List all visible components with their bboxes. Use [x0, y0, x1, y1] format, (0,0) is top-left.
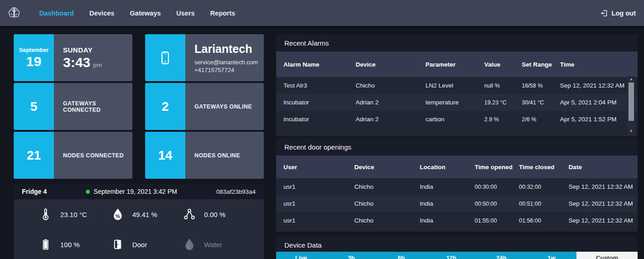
month-label: September [19, 47, 49, 53]
range-tab-live[interactable]: Live [276, 252, 326, 259]
humidity-sensor: % 49.41 % [111, 199, 183, 229]
time-range-tabs: Live 3h 6h 12h 24h 1w [276, 252, 576, 259]
recent-alarms-panel: Recent Alarms Alarm NameDeviceParameterV… [276, 34, 638, 136]
table-cell: Chicho [354, 200, 420, 207]
logout-button[interactable]: Log out [600, 9, 636, 17]
scroll-down-icon[interactable]: ▼ [629, 130, 633, 133]
stat-value: 21 [26, 148, 41, 163]
water-value: Water [204, 241, 222, 249]
temperature-sensor: 23.10 °C [39, 199, 111, 229]
nav-item-users[interactable]: Users [176, 10, 194, 17]
table-cell: 30/41 °C [522, 99, 560, 106]
door-value: Door [132, 241, 147, 249]
column-header: Value [484, 61, 522, 68]
table-row: usr1ChichoIndia00:50:0000:51:00Sep 12, 2… [276, 195, 638, 212]
logout-icon [600, 9, 608, 17]
stat-card-gateways-online: 2 GATEWAYS ONLINE [145, 83, 264, 130]
recent-alarms-title: Recent Alarms [276, 34, 638, 52]
sensor-grid: 23.10 °C % 49.41 % 0.00 % 100 % [14, 199, 264, 259]
column-header: Date [569, 164, 638, 171]
column-header: Set Range [522, 61, 560, 68]
day-number: 19 [26, 55, 41, 68]
company-card: Lariantech service@lariantech.com +41715… [145, 34, 264, 81]
column-header: Alarm Name [283, 61, 356, 68]
device-name: Fridge 4 [22, 188, 47, 195]
clock-time: 3:43 [63, 56, 90, 69]
table-cell: 2.9 % [484, 116, 522, 123]
table-cell: Chicho [354, 217, 420, 224]
stat-label: GATEWAYS ONLINE [194, 104, 264, 110]
table-cell: 2/6 % [522, 116, 560, 123]
table-cell: Test Alr3 [283, 82, 356, 89]
stat-label: GATEWAYS CONNECTED [63, 100, 132, 113]
table-cell: Sep 12, 2021 12:32 AM [569, 217, 638, 224]
date-card: September 19 SUNDAY 3:43 pm [14, 34, 132, 81]
battery-icon [39, 238, 52, 251]
table-cell: 00:30:00 [475, 184, 519, 190]
range-tab-3h[interactable]: 3h [326, 252, 377, 259]
table-cell: 01:55:00 [475, 218, 519, 224]
humidity-icon: % [111, 207, 125, 221]
table-cell: usr1 [283, 200, 354, 207]
table-cell: Chicho [354, 183, 420, 190]
table-cell: Chicho [356, 82, 425, 89]
nav-item-dashboard[interactable]: Dashboard [39, 10, 74, 17]
table-cell: Incubator [283, 116, 356, 123]
range-tab-24h[interactable]: 24h [476, 252, 527, 259]
alarms-table: Alarm NameDeviceParameterValueSet RangeT… [276, 52, 638, 128]
date-card-accent: September 19 [14, 34, 54, 81]
clock-meridiem: pm [93, 62, 102, 68]
column-header: Device [354, 164, 420, 171]
company-name: Lariantech [194, 42, 264, 56]
scrollbar-thumb[interactable] [628, 83, 634, 121]
stat-value: 5 [30, 99, 37, 114]
nav-item-reports[interactable]: Reports [210, 10, 236, 17]
device-timestamp: September 19, 2021 3:42 PM [94, 188, 177, 195]
range-tab-1w[interactable]: 1w [526, 252, 576, 259]
svg-text:%: % [115, 213, 120, 219]
brain-logo-icon[interactable] [6, 5, 22, 21]
table-cell: LN2 Level [425, 82, 484, 89]
nav-item-devices[interactable]: Devices [89, 10, 115, 17]
range-tab-12h[interactable]: 12h [426, 252, 476, 259]
table-cell: Incubator [283, 99, 356, 106]
table-cell: 16/58 % [522, 83, 560, 89]
column-header: Device [356, 61, 425, 68]
column-header: User [283, 164, 354, 171]
phone-icon [157, 50, 173, 66]
column-header: Parameter [425, 61, 484, 68]
company-card-body: Lariantech service@lariantech.com +41715… [185, 34, 264, 81]
range-tab-6h[interactable]: 6h [376, 252, 426, 259]
co2-sensor: 0.00 % [183, 199, 255, 229]
door-sensor: Door [111, 229, 183, 259]
company-phone: +41715757724 [194, 67, 264, 73]
device-data-panel: Device Data Live 3h 6h 12h 24h 1w Custom [276, 236, 638, 259]
water-icon [183, 238, 196, 251]
scroll-up-icon[interactable]: ▲ [629, 78, 633, 81]
weekday-label: SUNDAY [63, 46, 132, 54]
table-header-row: Alarm NameDeviceParameterValueSet RangeT… [276, 52, 638, 77]
door-openings-table: UserDeviceLocationTime openedTime closed… [276, 155, 638, 229]
column-header: Time opened [475, 164, 519, 171]
stat-value: 14 [158, 148, 172, 163]
stat-card-nodes-online: 14 NODES ONLINE [145, 132, 264, 179]
table-row: Test Alr3ChichoLN2 Levelnull %16/58 %Sep… [276, 77, 638, 94]
stat-label: NODES ONLINE [194, 152, 264, 159]
online-status-dot [86, 190, 90, 194]
custom-range-button[interactable]: Custom [576, 252, 638, 259]
recent-door-openings-title: Recent door openings [276, 138, 638, 155]
table-cell: 01:56:00 [519, 218, 569, 224]
alarms-scrollbar[interactable]: ▲ ▼ [628, 76, 635, 135]
table-row: IncubatorAdrian 2temperature19.23 °C30/4… [276, 94, 638, 111]
table-cell: 00:51:00 [519, 201, 569, 207]
device-id: 083af23b93a4 [216, 188, 256, 195]
company-email: service@lariantech.com [194, 59, 264, 66]
thermometer-icon [39, 207, 52, 221]
battery-value: 100 % [60, 241, 80, 249]
nav-menu: Dashboard Devices Gateways Users Reports [39, 10, 235, 17]
table-cell: 19.23 °C [484, 99, 522, 106]
table-row: usr1ChichoIndia01:55:0001:56:00Sep 12, 2… [276, 212, 638, 229]
table-cell: India [420, 217, 475, 224]
nav-item-gateways[interactable]: Gateways [130, 10, 161, 17]
recent-door-openings-panel: Recent door openings UserDeviceLocationT… [276, 138, 638, 232]
